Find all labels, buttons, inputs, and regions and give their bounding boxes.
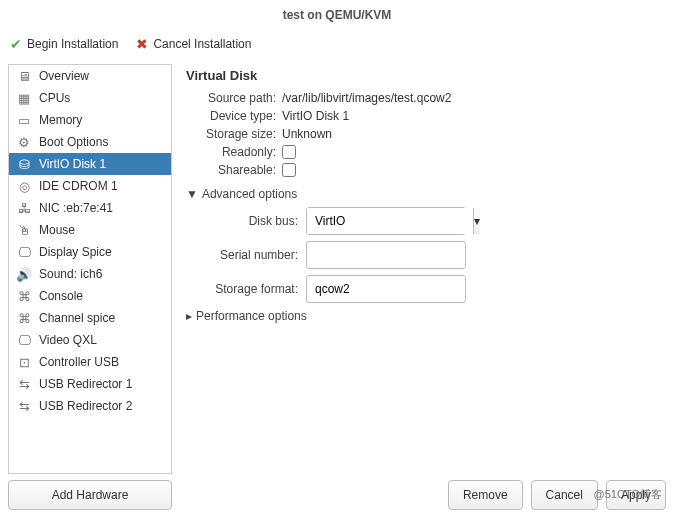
source-path-label: Source path:	[186, 91, 282, 105]
sidebar-item[interactable]: ⇆USB Redirector 2	[9, 395, 171, 417]
sidebar-item[interactable]: ⇆USB Redirector 1	[9, 373, 171, 395]
sidebar-item-label: Controller USB	[39, 355, 119, 369]
serial-number-label: Serial number:	[186, 248, 306, 262]
chevron-down-icon: ▾	[474, 214, 480, 228]
sidebar-item-label: CPUs	[39, 91, 70, 105]
chevron-down-icon: ▼	[186, 187, 198, 201]
sidebar-item[interactable]: 🖵Video QXL	[9, 329, 171, 351]
sidebar-item-label: Channel spice	[39, 311, 115, 325]
chevron-right-icon: ▸	[186, 309, 192, 323]
serial-number-input[interactable]	[306, 241, 466, 269]
sidebar-item[interactable]: ⊡Controller USB	[9, 351, 171, 373]
sidebar-item[interactable]: 🖧NIC :eb:7e:41	[9, 197, 171, 219]
sidebar-item-label: NIC :eb:7e:41	[39, 201, 113, 215]
device-icon: ⚙	[15, 134, 33, 150]
performance-options-toggle[interactable]: ▸ Performance options	[186, 309, 660, 323]
window-title: test on QEMU/KVM	[0, 0, 674, 30]
source-path-value: /var/lib/libvirt/images/test.qcow2	[282, 91, 451, 105]
sidebar-item[interactable]: 🖱Mouse	[9, 219, 171, 241]
cancel-installation-label: Cancel Installation	[153, 37, 251, 51]
cancel-icon: ✖	[136, 36, 148, 52]
device-icon: 🖱	[15, 222, 33, 238]
toolbar: ✔ Begin Installation ✖ Cancel Installati…	[0, 30, 674, 64]
sidebar-item[interactable]: ◎IDE CDROM 1	[9, 175, 171, 197]
begin-installation-button[interactable]: ✔ Begin Installation	[10, 36, 118, 52]
device-icon: ⊡	[15, 354, 33, 370]
sidebar-item[interactable]: 🔊Sound: ich6	[9, 263, 171, 285]
disk-bus-dropdown-button[interactable]: ▾	[473, 208, 480, 234]
device-icon: ⌘	[15, 310, 33, 326]
sidebar-item-label: IDE CDROM 1	[39, 179, 118, 193]
details-panel: Virtual Disk Source path: /var/lib/libvi…	[180, 64, 666, 474]
storage-size-label: Storage size:	[186, 127, 282, 141]
device-type-value: VirtIO Disk 1	[282, 109, 349, 123]
device-icon: 🖵	[15, 332, 33, 348]
sidebar-item[interactable]: 🖥Overview	[9, 65, 171, 87]
device-icon: 🖥	[15, 68, 33, 84]
sidebar-item[interactable]: ⌘Console	[9, 285, 171, 307]
disk-bus-input[interactable]	[307, 208, 473, 234]
advanced-options-label: Advanced options	[202, 187, 297, 201]
sidebar-item-label: Memory	[39, 113, 82, 127]
advanced-options-toggle[interactable]: ▼ Advanced options	[186, 187, 660, 201]
device-icon: ⇆	[15, 398, 33, 414]
device-list: 🖥Overview▦CPUs▭Memory⚙Boot Options⛁VirtI…	[9, 65, 171, 473]
cancel-installation-button[interactable]: ✖ Cancel Installation	[136, 36, 251, 52]
disk-bus-combo[interactable]: ▾	[306, 207, 466, 235]
sidebar-item-label: Mouse	[39, 223, 75, 237]
begin-installation-label: Begin Installation	[27, 37, 118, 51]
sidebar-item-label: Boot Options	[39, 135, 108, 149]
device-icon: 🖧	[15, 200, 33, 216]
sidebar-item-label: Overview	[39, 69, 89, 83]
sidebar-item-label: Video QXL	[39, 333, 97, 347]
device-icon: ⛁	[15, 156, 33, 172]
device-icon: ▦	[15, 90, 33, 106]
sidebar-item[interactable]: ⌘Channel spice	[9, 307, 171, 329]
sidebar-item-label: VirtIO Disk 1	[39, 157, 106, 171]
apply-button[interactable]: Apply	[606, 480, 666, 510]
sidebar-item-label: USB Redirector 1	[39, 377, 132, 391]
sidebar-item[interactable]: ▭Memory	[9, 109, 171, 131]
device-icon: 🖵	[15, 244, 33, 260]
sidebar-item[interactable]: ⛁VirtIO Disk 1	[9, 153, 171, 175]
shareable-checkbox[interactable]	[282, 163, 296, 177]
device-icon: ⌘	[15, 288, 33, 304]
storage-format-label: Storage format:	[186, 282, 306, 296]
add-hardware-button[interactable]: Add Hardware	[8, 480, 172, 510]
device-icon: ◎	[15, 178, 33, 194]
storage-size-value: Unknown	[282, 127, 332, 141]
check-icon: ✔	[10, 36, 22, 52]
sidebar-item[interactable]: ⚙Boot Options	[9, 131, 171, 153]
sidebar-item-label: USB Redirector 2	[39, 399, 132, 413]
sidebar-item-label: Console	[39, 289, 83, 303]
device-type-label: Device type:	[186, 109, 282, 123]
disk-bus-label: Disk bus:	[186, 214, 306, 228]
storage-format-input[interactable]	[306, 275, 466, 303]
sidebar-item[interactable]: ▦CPUs	[9, 87, 171, 109]
shareable-label: Shareable:	[186, 163, 282, 177]
cancel-button[interactable]: Cancel	[531, 480, 598, 510]
device-icon: ▭	[15, 112, 33, 128]
readonly-checkbox[interactable]	[282, 145, 296, 159]
sidebar-item-label: Sound: ich6	[39, 267, 102, 281]
sidebar-item-label: Display Spice	[39, 245, 112, 259]
sidebar-item[interactable]: 🖵Display Spice	[9, 241, 171, 263]
sidebar: 🖥Overview▦CPUs▭Memory⚙Boot Options⛁VirtI…	[8, 64, 172, 474]
performance-options-label: Performance options	[196, 309, 307, 323]
device-icon: ⇆	[15, 376, 33, 392]
device-icon: 🔊	[15, 266, 33, 282]
remove-button[interactable]: Remove	[448, 480, 523, 510]
readonly-label: Readonly:	[186, 145, 282, 159]
section-title: Virtual Disk	[186, 68, 660, 83]
